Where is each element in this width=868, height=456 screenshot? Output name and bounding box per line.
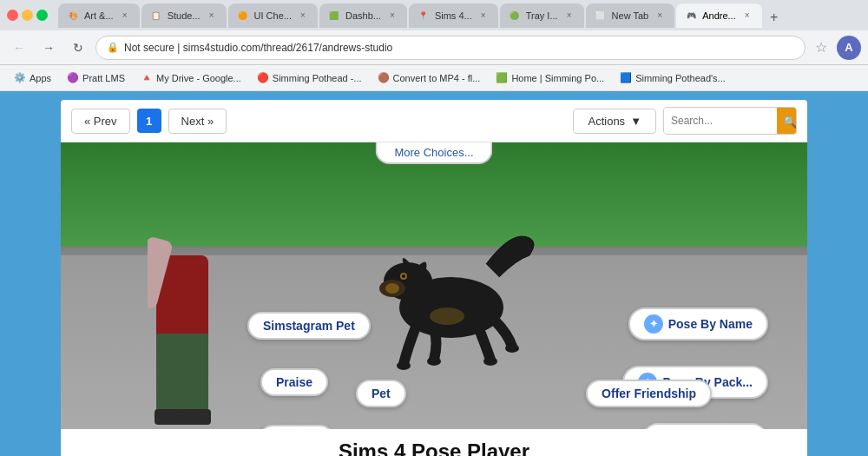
tab-andrews-close[interactable]: ×: [741, 10, 753, 22]
bookmark-wix-icon: 🟩: [496, 72, 508, 83]
tab-wix-close[interactable]: ×: [386, 10, 398, 22]
tabs-bar: 🎨 Art &... × 📋 Stude... × 🟠 UI Che... × …: [58, 3, 861, 28]
tab-sims4-close[interactable]: ×: [477, 10, 490, 22]
tab-wix[interactable]: 🟩 Dashb... ×: [319, 3, 407, 28]
tab-newtab-label: New Tab: [612, 10, 649, 21]
next-button[interactable]: Next »: [168, 109, 227, 134]
address-text: Not secure | sims4studio.com/thread/2617…: [124, 42, 392, 54]
tab-ui-close[interactable]: ×: [297, 10, 309, 22]
bookmark-simming2-label: Simming Pothead's...: [635, 73, 726, 83]
avatar[interactable]: A: [837, 36, 861, 60]
bookmark-convert-icon: 🟤: [378, 72, 390, 83]
tab-andrews[interactable]: 🎮 Andre... ×: [676, 3, 762, 28]
tab-wix-icon: 🟩: [328, 10, 340, 22]
tab-art[interactable]: 🎨 Art &... ×: [58, 3, 140, 28]
bookmark-apps-label: Apps: [30, 73, 51, 83]
bookmark-simming1-label: Simming Pothead -...: [273, 73, 362, 83]
minimize-window-button[interactable]: [22, 10, 33, 21]
tab-wix-label: Dashb...: [345, 10, 381, 21]
pick-up-button[interactable]: Pick Up: [259, 425, 334, 429]
address-bar[interactable]: 🔒 Not secure | sims4studio.com/thread/26…: [95, 36, 806, 60]
prev-button[interactable]: « Prev: [71, 109, 130, 134]
svg-point-7: [397, 361, 411, 370]
human-pants2: [182, 334, 208, 412]
offer-friendship-button[interactable]: Offer Friendship: [586, 380, 712, 407]
dog-svg: [356, 212, 547, 377]
svg-point-10: [505, 344, 519, 353]
bookmark-pratt[interactable]: 🟣 Pratt LMS: [62, 70, 130, 85]
bookmark-wix[interactable]: 🟩 Home | Simming Po...: [490, 70, 609, 85]
bookmark-apps-icon: ⚙️: [14, 72, 26, 83]
address-bar-row: ← → ↻ 🔒 Not secure | sims4studio.com/thr…: [0, 30, 868, 65]
tab-student-icon: 📋: [150, 10, 162, 22]
tab-student[interactable]: 📋 Stude... ×: [141, 3, 227, 28]
tab-art-icon: 🎨: [67, 10, 79, 22]
tab-tray-label: Tray I...: [526, 10, 558, 21]
actions-button-label: Actions: [588, 115, 625, 128]
window-controls: [7, 10, 48, 21]
page-number: 1: [137, 109, 161, 133]
back-button[interactable]: ←: [7, 36, 31, 60]
content-area: « Prev 1 Next » Actions ▼ 🔍: [0, 91, 868, 456]
human-pants: [156, 334, 182, 412]
bookmark-button[interactable]: ☆: [811, 37, 832, 58]
bookmark-wix-label: Home | Simming Po...: [511, 73, 604, 83]
bookmark-simming2-icon: 🟦: [620, 72, 632, 83]
page-content: « Prev 1 Next » Actions ▼ 🔍: [61, 100, 807, 456]
bookmark-drive-icon: 🔺: [141, 72, 153, 83]
dog-figure: [356, 212, 547, 377]
human-figure: [148, 177, 234, 429]
maximize-window-button[interactable]: [36, 10, 48, 21]
search-input[interactable]: [664, 108, 777, 134]
new-tab-button[interactable]: +: [764, 7, 785, 28]
bookmark-pratt-icon: 🟣: [67, 72, 79, 83]
stop-posing-button[interactable]: ✦ Stop Posing: [641, 423, 768, 429]
bookmark-drive-label: My Drive - Google...: [156, 73, 241, 83]
tab-andrews-icon: 🎮: [685, 10, 697, 22]
search-go-button[interactable]: 🔍: [777, 108, 797, 135]
actions-button[interactable]: Actions ▼: [573, 109, 656, 134]
close-window-button[interactable]: [7, 10, 18, 21]
tab-ui[interactable]: 🟠 UI Che... ×: [228, 3, 318, 28]
tab-newtab[interactable]: ⬜ New Tab ×: [586, 3, 675, 28]
tab-sims4[interactable]: 📍 Sims 4... ×: [409, 3, 498, 28]
bookmark-simming1[interactable]: 🔴 Simming Pothead -...: [252, 70, 367, 85]
bookmarks-bar: ⚙️ Apps 🟣 Pratt LMS 🔺 My Drive - Google.…: [0, 65, 868, 91]
tab-art-close[interactable]: ×: [119, 10, 131, 22]
tab-sims4-label: Sims 4...: [435, 10, 472, 21]
tab-tray[interactable]: 🟢 Tray I... ×: [500, 3, 584, 28]
tab-ui-label: UI Che...: [254, 10, 292, 21]
tab-ui-icon: 🟠: [237, 10, 249, 22]
bookmark-apps[interactable]: ⚙️ Apps: [9, 70, 56, 85]
svg-point-5: [385, 283, 399, 294]
page-title: Sims 4 Pose Player: [61, 429, 807, 456]
tab-newtab-icon: ⬜: [595, 10, 607, 22]
title-bar: 🎨 Art &... × 📋 Stude... × 🟠 UI Che... × …: [0, 0, 868, 30]
pose-by-name-label: Pose By Name: [668, 317, 753, 331]
bookmark-pratt-label: Pratt LMS: [82, 73, 125, 83]
svg-point-8: [427, 357, 441, 366]
pose-by-name-button[interactable]: ✦ Pose By Name: [628, 307, 768, 340]
tab-andrews-label: Andre...: [702, 10, 736, 21]
tab-sims4-icon: 📍: [418, 10, 430, 22]
refresh-button[interactable]: ↻: [66, 36, 90, 60]
tab-tray-close[interactable]: ×: [563, 10, 575, 22]
lock-icon: 🔒: [107, 42, 119, 53]
tab-student-label: Stude...: [168, 10, 201, 21]
tab-newtab-close[interactable]: ×: [654, 10, 666, 22]
bookmark-simming2[interactable]: 🟦 Simming Pothead's...: [615, 70, 731, 85]
more-choices-button[interactable]: More Choices...: [375, 142, 492, 164]
bookmark-drive[interactable]: 🔺 My Drive - Google...: [135, 70, 247, 85]
praise-button[interactable]: Praise: [260, 368, 328, 396]
svg-point-4: [402, 274, 405, 278]
bookmark-convert[interactable]: 🟤 Convert to MP4 - fl...: [372, 70, 486, 85]
simstagram-pet-button[interactable]: Simstagram Pet: [247, 312, 371, 340]
tab-tray-icon: 🟢: [509, 10, 521, 22]
bookmark-simming1-icon: 🔴: [257, 72, 269, 83]
pet-button[interactable]: Pet: [356, 380, 406, 407]
toolbar: « Prev 1 Next » Actions ▼ 🔍: [61, 100, 807, 142]
game-screenshot: More Choices...: [61, 142, 807, 429]
browser-frame: 🎨 Art &... × 📋 Stude... × 🟠 UI Che... × …: [0, 0, 868, 456]
tab-student-close[interactable]: ×: [206, 10, 218, 22]
forward-button[interactable]: →: [36, 36, 61, 60]
